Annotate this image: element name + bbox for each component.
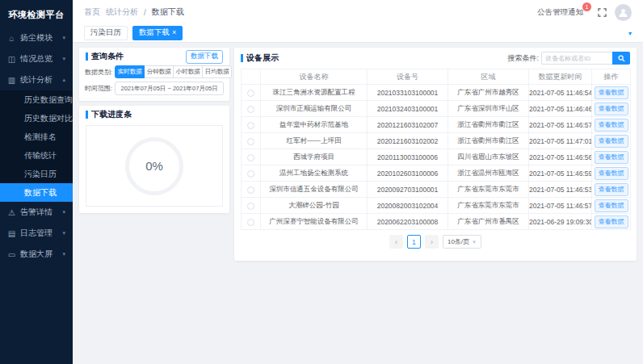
- sidebar-item[interactable]: ▤日志管理▾: [0, 223, 73, 244]
- page-size-select[interactable]: 10条/页 ▼: [443, 235, 481, 249]
- sidebar-item[interactable]: ⚠告警详情▾: [0, 202, 73, 223]
- row-radio[interactable]: [247, 170, 254, 178]
- data-type-button[interactable]: 日均数据: [202, 65, 232, 78]
- sidebar-subitem[interactable]: 检测排名: [0, 128, 73, 146]
- breadcrumb-home[interactable]: 首页: [84, 6, 100, 18]
- breadcrumb: 首页 统计分析 / 数据下载: [84, 6, 184, 18]
- sidebar-menu: ⌂扬尘模块▾◫情况总览▾▥统计分析▴历史数据查询历史数据对比检测排名传输统计污染…: [0, 27, 73, 265]
- bar-chart-icon: ▥: [7, 76, 16, 85]
- search-input[interactable]: [541, 52, 612, 65]
- sidebar-subitem[interactable]: 污染日历: [0, 165, 73, 183]
- update-time-cell: 2021-06-29 19:09:30: [529, 214, 592, 230]
- table-row: 深圳市信通五金设备有限公司2020092703100001广东省东莞市东莞市20…: [242, 182, 631, 198]
- device-panel-title-text: 设备展示: [246, 52, 279, 64]
- caret-down-icon: ▾: [62, 56, 65, 62]
- sidebar-item[interactable]: ▥统计分析▴: [0, 69, 73, 90]
- date-range-input[interactable]: 2021年07月05日 ~ 2021年07月05日: [115, 82, 224, 95]
- update-time-cell: 2021-07-05 11:46:53: [529, 182, 592, 198]
- device-panel-title: 设备展示 搜索条件:: [234, 48, 637, 69]
- view-data-button[interactable]: 查看数据: [595, 215, 628, 228]
- page-number-button[interactable]: 1: [407, 235, 421, 249]
- breadcrumb-current: 数据下载: [152, 6, 184, 18]
- column-header: 设备号: [368, 69, 448, 85]
- region-cell: 广东省广州市番禺区: [448, 214, 529, 230]
- sidebar-item-label: 日志管理: [20, 228, 62, 239]
- region-cell: 浙江省温州市瓯海区: [448, 165, 529, 182]
- tab[interactable]: 污染日历: [84, 26, 128, 40]
- region-cell: 广东省广州市越秀区: [448, 85, 529, 101]
- row-radio[interactable]: [247, 186, 254, 194]
- fullscreen-icon[interactable]: [598, 8, 607, 17]
- search-area: 搜索条件:: [507, 52, 630, 65]
- data-type-button[interactable]: 分钟数据: [144, 65, 174, 78]
- view-data-button[interactable]: 查看数据: [595, 167, 628, 180]
- data-type-button[interactable]: 小时数据: [173, 65, 203, 78]
- home-icon: ⌂: [7, 34, 16, 43]
- row-radio[interactable]: [247, 138, 254, 145]
- prev-page-button[interactable]: ‹: [389, 235, 403, 249]
- view-data-button[interactable]: 查看数据: [595, 151, 628, 164]
- column-header: 区域: [448, 69, 529, 85]
- view-data-button[interactable]: 查看数据: [595, 183, 628, 196]
- view-data-button[interactable]: 查看数据: [595, 199, 628, 212]
- sidebar-item-label: 告警详情: [20, 207, 62, 218]
- notice-link[interactable]: 公告管理通知 1: [537, 7, 590, 18]
- app-title: 环境检测平台: [0, 0, 73, 27]
- device-name-cell: 广州深赛宁智能设备有限公司: [261, 214, 368, 230]
- chevron-down-icon: ▼: [472, 240, 477, 245]
- caret-up-icon: ▴: [62, 77, 65, 83]
- sidebar-item[interactable]: ⌂扬尘模块▾: [0, 27, 73, 48]
- sidebar-item[interactable]: ◫情况总览▾: [0, 48, 73, 69]
- search-button[interactable]: [612, 52, 630, 65]
- device-name-cell: 深圳市信通五金设备有限公司: [261, 182, 368, 198]
- data-download-button[interactable]: 数据下载: [186, 50, 223, 64]
- app-root: 环境检测平台 ⌂扬尘模块▾◫情况总览▾▥统计分析▴历史数据查询历史数据对比检测排…: [0, 0, 643, 364]
- column-header: 设备名称: [261, 69, 368, 85]
- sidebar-subitem[interactable]: 历史数据查询: [0, 90, 73, 109]
- view-data-button[interactable]: 查看数据: [595, 119, 628, 132]
- update-time-cell: 2021-07-05 11:46:54: [529, 85, 592, 101]
- row-radio[interactable]: [247, 106, 254, 113]
- notice-label: 公告管理通知: [537, 7, 583, 16]
- sidebar-subitem[interactable]: 传输统计: [0, 146, 73, 165]
- topbar-right: 公告管理通知 1: [537, 4, 632, 21]
- column-header: 操作: [592, 69, 631, 85]
- data-type-row: 数据类别: 实时数据分钟数据小时数据日均数据: [79, 65, 229, 78]
- table-row: 红军村——上坪田2020121603102002浙江省衢州市衢江区2021-07…: [242, 133, 631, 149]
- close-icon[interactable]: ×: [172, 28, 176, 36]
- sidebar-item[interactable]: ▭数据大屏▾: [0, 244, 73, 265]
- device-name-cell: 益年堂中药材示范基地: [261, 117, 368, 133]
- row-radio[interactable]: [247, 122, 254, 129]
- breadcrumb-item[interactable]: 统计分析: [106, 6, 138, 18]
- tab[interactable]: 数据下载×: [132, 26, 183, 40]
- row-radio[interactable]: [247, 203, 254, 210]
- sidebar-subitem[interactable]: 数据下载: [0, 183, 73, 202]
- tabs: 污染日历数据下载×: [84, 26, 187, 40]
- progress-panel-title-text: 下载进度条: [91, 109, 132, 120]
- row-radio[interactable]: [247, 219, 254, 226]
- search-label: 搜索条件:: [507, 53, 539, 64]
- avatar[interactable]: [615, 4, 632, 21]
- region-cell: 浙江省衢州市衢江区: [448, 133, 529, 149]
- row-radio[interactable]: [247, 90, 254, 97]
- view-data-button[interactable]: 查看数据: [595, 86, 628, 99]
- screen-icon: ▭: [7, 250, 16, 259]
- view-data-button[interactable]: 查看数据: [595, 135, 628, 148]
- progress-percent: 0%: [145, 159, 163, 173]
- sidebar-subitem[interactable]: 历史数据对比: [0, 109, 73, 128]
- table-row: 深圳市正顺运输有限公司2021032403100001广东省深圳市坪山区2021…: [242, 101, 631, 117]
- overview-icon: ◫: [7, 55, 16, 64]
- data-type-label: 数据类别:: [85, 68, 112, 77]
- device-name-cell: 珠江三角洲水资源配置工程: [261, 85, 368, 101]
- next-page-button[interactable]: ›: [425, 235, 439, 249]
- sidebar: 环境检测平台 ⌂扬尘模块▾◫情况总览▾▥统计分析▴历史数据查询历史数据对比检测排…: [0, 0, 73, 364]
- row-radio[interactable]: [247, 154, 254, 161]
- table-row: 珠江三角洲水资源配置工程2021033103100001广东省广州市越秀区202…: [242, 85, 631, 101]
- table-row: 温州工地扬尘检测系统2020102603100006浙江省温州市瓯海区2021-…: [242, 165, 631, 182]
- data-type-button[interactable]: 实时数据: [115, 65, 145, 78]
- title-marker: [86, 111, 88, 119]
- chevron-down-icon[interactable]: ▾: [628, 30, 632, 37]
- time-range-row: 时间范围: 2021年07月05日 ~ 2021年07月05日: [79, 82, 229, 95]
- topbar: 首页 统计分析 / 数据下载 公告管理通知 1: [73, 0, 643, 24]
- view-data-button[interactable]: 查看数据: [595, 103, 628, 115]
